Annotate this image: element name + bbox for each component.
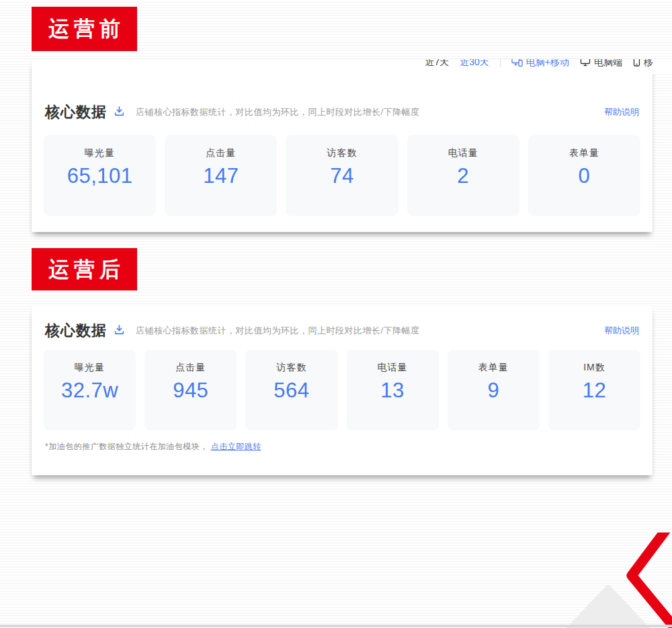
device-pc-label: 电脑端 [594, 59, 622, 69]
core-data-card-after: 核心数据 店铺核心指标数据统计，对比值均为环比，同上时段对比增长/下降幅度 帮助… [32, 306, 653, 475]
pc-mobile-icon [511, 59, 523, 69]
stat-value: 13 [347, 379, 439, 403]
stat-exposure: 曝光量 32.7w [44, 350, 136, 430]
date-device-toolbar: 近7天 近30天 电脑+移动 电脑端 移 [410, 59, 672, 74]
stat-calls: 电话量 13 [347, 350, 439, 430]
stat-exposure: 曝光量 65,101 [44, 135, 156, 216]
stat-value: 74 [286, 164, 398, 188]
stat-label: 点击量 [165, 147, 277, 159]
red-chevron-decoration [624, 533, 672, 628]
stat-clicks: 点击量 147 [165, 135, 277, 216]
phone-icon [633, 59, 640, 69]
stat-value: 12 [548, 379, 640, 403]
stat-label: 电话量 [407, 147, 519, 159]
download-icon[interactable] [114, 106, 125, 120]
after-operation-label: 运营后 [32, 248, 137, 290]
device-mobile-label: 移 [644, 59, 653, 69]
stat-label: 访客数 [286, 147, 398, 159]
stat-forms: 表单量 9 [448, 350, 540, 430]
card-description: 店铺核心指标数据统计，对比值均为环比，同上时段对比增长/下降幅度 [136, 106, 420, 118]
stat-calls: 电话量 2 [407, 135, 519, 216]
before-operation-label: 运营前 [32, 7, 137, 51]
bottom-border-bar [0, 625, 672, 627]
card-title: 核心数据 [45, 102, 107, 122]
stat-label: 点击量 [144, 362, 237, 374]
footnote: *加油包的推广数据独立统计在加油包模块，点击立即跳转 [45, 441, 261, 453]
help-link[interactable]: 帮助说明 [604, 106, 639, 118]
stat-value: 9 [448, 379, 540, 403]
help-link[interactable]: 帮助说明 [604, 325, 639, 337]
stat-visitors: 访客数 74 [286, 135, 398, 216]
jump-now-link[interactable]: 点击立即跳转 [211, 442, 261, 451]
stat-label: 访客数 [245, 362, 337, 374]
stat-clicks: 点击量 945 [144, 350, 237, 430]
card-title: 核心数据 [45, 321, 107, 341]
stat-label: IM数 [548, 362, 640, 374]
stat-label: 曝光量 [44, 147, 156, 159]
stat-value: 147 [165, 164, 277, 188]
range-7d-tab[interactable]: 近7天 [425, 59, 449, 69]
card-description: 店铺核心指标数据统计，对比值均为环比，同上时段对比增长/下降幅度 [136, 325, 420, 337]
stat-forms: 表单量 0 [528, 135, 640, 216]
device-pc-tab[interactable]: 电脑端 [580, 59, 622, 69]
stat-visitors: 访客数 564 [245, 350, 337, 430]
stat-value: 564 [245, 379, 337, 403]
stat-label: 电话量 [347, 362, 439, 374]
toolbar-divider [500, 59, 501, 67]
monitor-icon [580, 59, 591, 69]
stat-value: 65,101 [44, 164, 156, 188]
stat-label: 曝光量 [44, 362, 136, 374]
stat-value: 0 [528, 164, 640, 188]
device-pc-mobile-label: 电脑+移动 [526, 59, 569, 69]
stat-row: 曝光量 32.7w 点击量 945 访客数 564 电话量 13 表单量 9 I… [44, 350, 640, 430]
stat-im: IM数 12 [548, 350, 640, 430]
device-mobile-tab[interactable]: 移 [633, 59, 653, 69]
stat-label: 表单量 [528, 147, 640, 159]
device-pc-mobile-tab[interactable]: 电脑+移动 [511, 59, 569, 69]
stat-value: 945 [144, 379, 237, 403]
card-header: 核心数据 店铺核心指标数据统计，对比值均为环比，同上时段对比增长/下降幅度 帮助… [45, 321, 639, 341]
range-30d-tab[interactable]: 近30天 [460, 59, 489, 69]
download-icon[interactable] [114, 324, 125, 338]
stat-label: 表单量 [448, 362, 540, 374]
footnote-text: *加油包的推广数据独立统计在加油包模块， [45, 442, 208, 451]
stat-row: 曝光量 65,101 点击量 147 访客数 74 电话量 2 表单量 0 [44, 135, 640, 216]
stat-value: 2 [407, 164, 519, 188]
card-header: 核心数据 店铺核心指标数据统计，对比值均为环比，同上时段对比增长/下降幅度 帮助… [45, 102, 639, 122]
core-data-card-before: 核心数据 店铺核心指标数据统计，对比值均为环比，同上时段对比增长/下降幅度 帮助… [32, 59, 653, 232]
stat-value: 32.7w [44, 379, 136, 403]
